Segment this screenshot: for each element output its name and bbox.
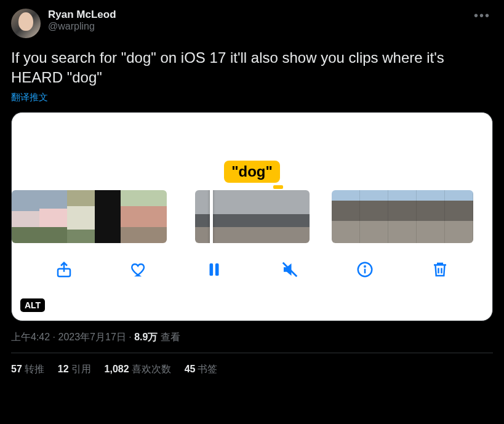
frame (445, 190, 473, 243)
media-attachment[interactable]: "dog" (11, 112, 493, 321)
search-marker-row: "dog" (12, 161, 492, 183)
frame (95, 190, 121, 243)
sep: · (50, 332, 58, 342)
likes-label: 喜欢次数 (132, 364, 171, 374)
info-icon[interactable] (354, 259, 375, 280)
tweet-stats: 57转推 12引用 1,082喜欢次数 45书签 (11, 353, 493, 376)
playhead[interactable] (210, 190, 213, 243)
timestamp-time[interactable]: 上午4:42 (11, 332, 50, 342)
clip-thumbnail-active[interactable] (195, 190, 310, 243)
frame (148, 190, 167, 243)
heart-icon[interactable] (129, 259, 150, 280)
frame (388, 190, 417, 243)
tweet-header: Ryan McLeod @warpling ••• (11, 9, 493, 38)
avatar[interactable] (11, 9, 41, 38)
translate-link[interactable]: 翻译推文 (11, 92, 48, 103)
author-names[interactable]: Ryan McLeod @warpling (48, 9, 471, 32)
handle: @warpling (48, 21, 471, 32)
tweet-meta: 上午4:42 · 2023年7月17日 · 8.9万 查看 (11, 331, 493, 344)
likes-stat[interactable]: 1,082喜欢次数 (105, 363, 171, 376)
frame (121, 190, 148, 243)
frame (39, 190, 67, 243)
video-timeline-strip[interactable] (12, 190, 492, 243)
retweets-count: 57 (11, 364, 22, 374)
views-count: 8.9万 (134, 332, 158, 342)
bookmarks-stat[interactable]: 45书签 (185, 363, 218, 376)
quotes-count: 12 (58, 364, 69, 374)
frame (417, 190, 445, 243)
likes-count: 1,082 (105, 364, 129, 374)
sep: · (126, 332, 134, 342)
bookmarks-count: 45 (185, 364, 196, 374)
frame (12, 190, 39, 243)
views-label: 查看 (158, 332, 180, 342)
search-marker: "dog" (224, 161, 280, 183)
pause-icon[interactable] (204, 259, 225, 280)
alt-badge[interactable]: ALT (20, 298, 45, 312)
svg-rect-1 (210, 263, 214, 276)
clip-thumbnail[interactable] (332, 190, 473, 243)
tweet-container: Ryan McLeod @warpling ••• If you search … (0, 0, 504, 376)
timestamp-date[interactable]: 2023年7月17日 (58, 332, 126, 342)
svg-point-5 (364, 266, 366, 267)
media-toolbar (12, 259, 492, 280)
frame (332, 190, 360, 243)
bookmarks-label: 书签 (198, 364, 217, 374)
frame (67, 190, 95, 243)
frame (360, 190, 388, 243)
retweets-label: 转推 (25, 364, 44, 374)
more-icon[interactable]: ••• (471, 9, 493, 23)
frame (233, 190, 271, 243)
retweets-stat[interactable]: 57转推 (11, 363, 44, 376)
search-marker-tick (273, 185, 283, 189)
display-name: Ryan McLeod (48, 9, 471, 21)
frame (271, 190, 310, 243)
svg-rect-2 (215, 263, 219, 276)
tweet-text: If you search for "dog" on iOS 17 it'll … (11, 48, 493, 88)
share-icon[interactable] (54, 259, 74, 280)
quotes-label: 引用 (71, 364, 91, 374)
trash-icon[interactable] (430, 259, 450, 280)
mute-icon[interactable] (279, 259, 300, 280)
frame (195, 190, 233, 243)
clip-thumbnail[interactable] (12, 190, 167, 243)
quotes-stat[interactable]: 12引用 (58, 363, 91, 376)
